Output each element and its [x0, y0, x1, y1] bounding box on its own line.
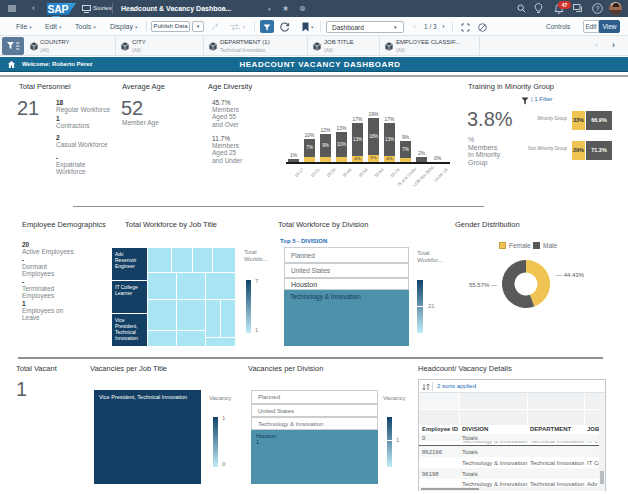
- svg-text:?: ?: [595, 5, 599, 12]
- svg-text:SAP: SAP: [48, 3, 69, 15]
